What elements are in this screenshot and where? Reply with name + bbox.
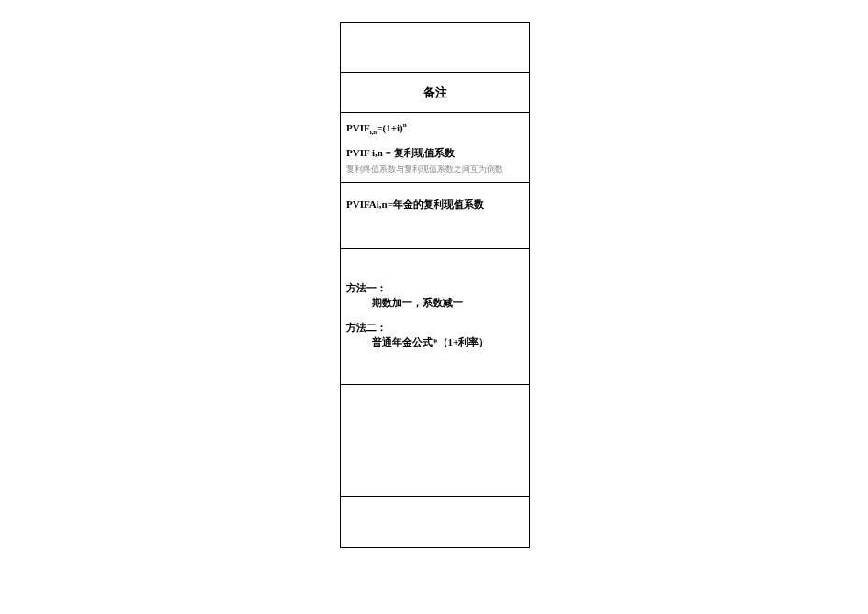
- pvifa-definition: PVIFAi,n=年金的复利现值系数: [346, 198, 524, 211]
- cell-pvif: PVIFi,n=(1+i)n PVIF i,n = 复利现值系数 复利终值系数与…: [341, 113, 529, 183]
- method2-title: 方法二：: [346, 320, 524, 335]
- pvif-formula: PVIFi,n=(1+i)n: [346, 120, 524, 138]
- cell-pvifa: PVIFAi,n=年金的复利现值系数: [341, 183, 529, 249]
- method1-body: 期数加一，系数减一: [346, 295, 524, 311]
- methods-gap: [346, 311, 524, 320]
- method2-body: 普通年金公式*（1+利率）: [346, 335, 524, 350]
- cell-empty-bottom: [341, 497, 529, 547]
- pvif-definition: PVIF i,n = 复利现值系数: [346, 145, 524, 161]
- cell-empty-mid: [341, 385, 529, 497]
- method1-title: 方法一：: [346, 280, 524, 296]
- document-page: 备注 PVIFi,n=(1+i)n PVIF i,n = 复利现值系数 复利终值…: [0, 0, 868, 614]
- pvif-formula-eq: =(1+i): [377, 122, 402, 133]
- header-text: 备注: [423, 85, 447, 101]
- notes-column: 备注 PVIFi,n=(1+i)n PVIF i,n = 复利现值系数 复利终值…: [340, 22, 530, 548]
- cell-methods: 方法一： 期数加一，系数减一 方法二： 普通年金公式*（1+利率）: [341, 249, 529, 385]
- pvif-formula-prefix: PVIF: [346, 122, 370, 133]
- cell-header: 备注: [341, 73, 529, 113]
- pvif-formula-sup: n: [403, 121, 407, 129]
- cell-empty-top: [341, 23, 529, 73]
- pvif-note: 复利终值系数与复利现值系数之间互为倒数: [346, 164, 524, 176]
